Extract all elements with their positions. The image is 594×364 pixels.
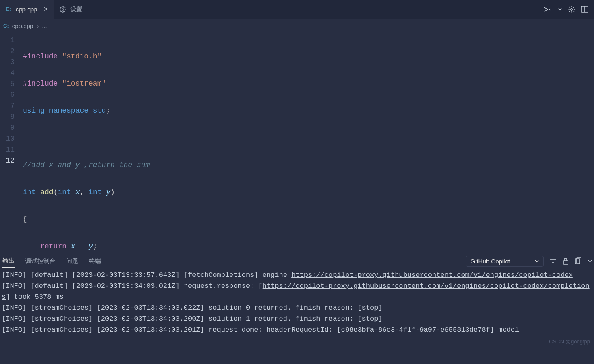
watermark: CSDN @gongfpp: [549, 338, 590, 345]
breadcrumb-file: cpp.cpp: [12, 22, 34, 29]
svg-point-0: [62, 9, 64, 10]
cpp-file-icon: C:: [3, 23, 9, 29]
line-gutter: 1 2 3 4 5 6 7 8 9 10 11 12: [0, 32, 23, 251]
dropdown-label: GitHub Copilot: [470, 258, 510, 265]
output-content[interactable]: [INFO] [default] [2023-02-03T13:33:57.64…: [0, 269, 594, 364]
breadcrumb-sep: ›: [37, 22, 39, 29]
tab-settings[interactable]: 设置: [54, 0, 88, 19]
code-editor[interactable]: 1 2 3 4 5 6 7 8 9 10 11 12 #include "std…: [0, 32, 594, 251]
tab-debug-console[interactable]: 调试控制台: [24, 255, 56, 268]
svg-point-1: [571, 9, 573, 11]
tab-cpp[interactable]: C: cpp.cpp ✕: [0, 0, 54, 19]
run-debug-icon[interactable]: [543, 6, 552, 13]
breadcrumb-more: ...: [42, 22, 47, 29]
breadcrumb[interactable]: C: cpp.cpp › ...: [0, 19, 594, 32]
gear-icon: [60, 6, 66, 13]
output-line: [INFO] [streamChoices] [2023-02-03T13:34…: [2, 313, 592, 324]
panel-tabs: 输出 调试控制台 问题 终端 GitHub Copilot: [0, 251, 594, 269]
tab-terminal[interactable]: 终端: [88, 255, 102, 268]
cpp-file-icon: C:: [6, 6, 12, 12]
chevron-down-icon: [534, 259, 539, 263]
split-editor-icon[interactable]: [581, 6, 588, 13]
bottom-panel: 输出 调试控制台 问题 终端 GitHub Copilot [INFO] [de…: [0, 251, 594, 364]
lock-icon[interactable]: [562, 257, 569, 265]
tab-output[interactable]: 输出: [2, 255, 15, 268]
chevron-down-icon[interactable]: [557, 7, 562, 12]
output-line: [INFO] [streamChoices] [2023-02-03T13:34…: [2, 324, 592, 335]
close-icon[interactable]: ✕: [43, 6, 48, 12]
code-area[interactable]: #include "stdio.h" #include "iostream" u…: [23, 32, 594, 251]
output-line: [INFO] [default] [2023-02-03T13:33:57.64…: [2, 270, 592, 280]
output-line: [INFO] [streamChoices] [2023-02-03T13:34…: [2, 302, 592, 313]
chevron-down-icon[interactable]: [588, 259, 592, 263]
tab-label: 设置: [70, 6, 82, 13]
tabbar-actions: [543, 0, 594, 19]
output-line: [INFO] [default] [2023-02-03T13:34:03.02…: [2, 280, 592, 302]
filter-icon[interactable]: [549, 257, 557, 265]
output-channel-dropdown[interactable]: GitHub Copilot: [466, 256, 544, 267]
tab-problems[interactable]: 问题: [65, 255, 79, 268]
editor-tabbar: C: cpp.cpp ✕ 设置: [0, 0, 594, 19]
svg-rect-7: [563, 261, 568, 264]
clear-output-icon[interactable]: [575, 257, 582, 265]
tab-label: cpp.cpp: [16, 6, 37, 13]
gear-icon[interactable]: [568, 6, 575, 13]
